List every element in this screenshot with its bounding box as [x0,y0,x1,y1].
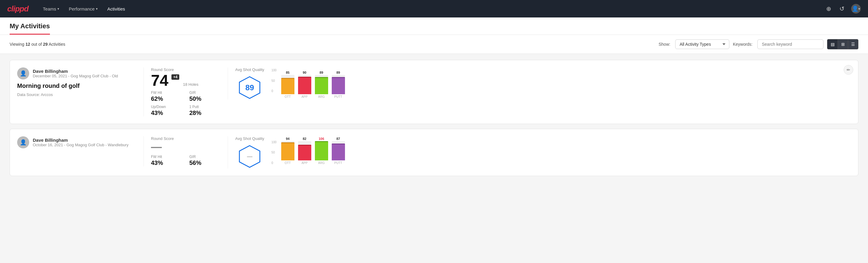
user-row: 👤 Dave Billingham October 16, 2021 - Gog… [17,136,144,148]
y-label-0: 0 [272,89,277,93]
avatar-person-icon: 👤 [20,139,27,146]
quality-label: Avg Shot Quality [235,136,265,141]
bar-chart-container: 100 50 0 85 OTT 90 [272,68,345,98]
round-score-section: Round Score 74 +4 18 Holes [151,67,220,88]
data-source: Data Source: Arccos [17,92,144,97]
toolbar: Viewing 12 out of 29 Activities Show: Al… [0,35,868,54]
add-icon[interactable]: ⊕ [825,5,833,12]
y-label-100: 100 [272,141,277,144]
bar-fill-putt-2 [332,144,345,160]
nav-item-performance[interactable]: Performance ▾ [69,6,98,11]
fw-hit-value: 43% [151,159,182,167]
bar-group-putt: 89 PUTT [332,71,345,98]
view-list-detail-button[interactable]: ☰ [848,39,858,49]
bar-track-putt-2 [332,141,345,160]
user-avatar-button[interactable]: 👤 ▾ [851,4,861,13]
bar-label-putt-2: PUTT [335,161,342,165]
bar-group-arg: 89 ARG [315,71,328,98]
avatar-person-icon: 👤 [20,70,27,77]
card-quality: Avg Shot Quality 89 100 50 0 [228,67,851,99]
bar-fill-ott-2 [281,142,294,160]
bar-chart-2: 94 OTT 82 APP [281,141,345,165]
up-down-label: Up/Down [151,105,182,109]
bar-fill-arg [315,77,328,94]
search-input[interactable] [757,39,824,49]
page-title: My Activities [10,22,50,35]
up-down-value: 43% [151,110,182,116]
bar-track-ott [281,75,294,94]
bar-fill-arg-2 [315,141,328,160]
nav-item-activities[interactable]: Activities [107,6,125,11]
one-putt-label: 1 Putt [189,105,221,109]
user-info: Dave Billingham December 05, 2021 - Gog … [33,68,118,78]
y-label-0: 0 [272,161,277,165]
edit-button[interactable]: ✏ [844,65,853,75]
refresh-icon[interactable]: ↺ [838,5,846,12]
user-name: Dave Billingham [33,68,118,74]
fw-hit-value: 62% [151,95,182,102]
bar-value-ott: 85 [286,71,289,74]
gir-stat: GIR 50% [189,91,221,102]
fw-hit-stat: FW Hit 62% [151,91,182,102]
show-label: Show: [659,42,671,47]
fw-hit-label: FW Hit [151,155,182,159]
nav-label-activities: Activities [107,6,125,11]
quality-section: Avg Shot Quality — [235,136,265,169]
up-down-stat: Up/Down 43% [151,105,182,116]
round-score-label: Round Score [151,136,220,141]
score-badge: +4 [172,74,179,80]
activity-card: ✏ 👤 Dave Billingham December 05, 2021 - … [10,60,858,124]
card-quality: Avg Shot Quality — 100 50 0 [228,136,851,169]
bar-fill-app-2 [298,145,311,160]
avatar-chevron: ▾ [858,7,860,11]
bar-group-putt-2: 87 PUTT [332,137,345,165]
bar-chart: 85 OTT 90 APP [281,74,345,98]
bar-value-ott-2: 94 [286,137,289,141]
y-label-50: 50 [272,79,277,83]
view-grid-button[interactable]: ⊞ [838,39,848,49]
hexagon-container: — [235,144,265,169]
nav-label-performance: Performance [69,6,95,11]
stats-grid: FW Hit 62% GIR 50% Up/Down 43% 1 Putt 28… [151,91,220,116]
activity-title: Morning round of golf [17,83,144,89]
bar-group-app-2: 82 APP [298,137,311,165]
avatar-icon: 👤 [852,5,858,12]
nav-item-teams[interactable]: Teams ▾ [43,6,59,11]
nav-label-teams: Teams [43,6,56,11]
logo: clippd [7,4,29,13]
bar-fill-ott [281,78,294,94]
bar-track-putt [332,75,345,94]
bar-group-ott-2: 94 OTT [281,137,294,165]
bar-fill-app [298,77,311,94]
holes-label: 18 Holes [183,82,198,87]
bar-value-putt-2: 87 [336,137,340,141]
one-putt-value: 28% [189,110,221,116]
chevron-down-icon: ▾ [57,7,59,11]
card-stats: Round Score — FW Hit 43% GIR 56% [144,136,228,167]
one-putt-stat: 1 Putt 28% [189,105,221,116]
gir-label: GIR [189,91,221,95]
round-score-value: 74 [151,72,168,88]
bar-label-app-2: APP [302,161,308,165]
activities-list: ✏ 👤 Dave Billingham December 05, 2021 - … [0,54,868,182]
card-stats: Round Score 74 +4 18 Holes FW Hit 62% GI… [144,67,228,116]
bar-label-ott: OTT [285,95,291,98]
bar-group-arg-2: 106 ARG [315,137,328,165]
bar-track-app [298,75,311,94]
view-list-compact-button[interactable]: ▤ [828,39,838,49]
activity-card: 👤 Dave Billingham October 16, 2021 - Gog… [10,129,858,176]
bar-label-putt: PUTT [335,95,342,98]
round-score-label: Round Score [151,67,220,72]
user-name: Dave Billingham [33,138,128,143]
list-detail-icon: ☰ [851,42,855,47]
score-row: 74 +4 18 Holes [151,72,220,88]
chevron-down-icon: ▾ [96,7,98,11]
toolbar-right: Show: All Activity Types Round Practice … [659,39,858,49]
hexagon: 89 [238,76,262,99]
navbar: clippd Teams ▾ Performance ▾ Activities … [0,0,868,18]
activity-type-dropdown[interactable]: All Activity Types Round Practice [675,39,730,49]
bar-label-arg-2: ARG [318,161,325,165]
bar-label-arg: ARG [318,95,325,98]
viewing-total: 29 [43,42,48,47]
fw-hit-stat: FW Hit 43% [151,155,182,167]
